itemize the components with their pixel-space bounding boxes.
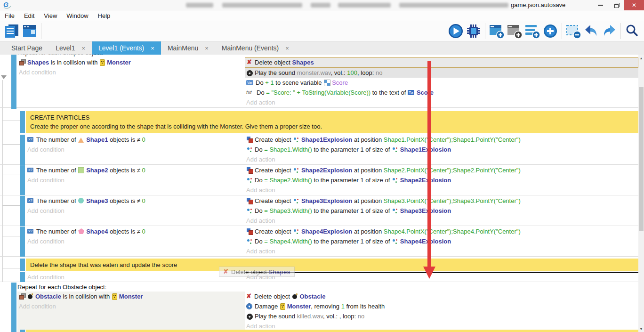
pages-button[interactable] (3, 22, 21, 40)
add-condition-button[interactable]: Add condition (26, 236, 245, 246)
text-segment: Damage (255, 303, 280, 310)
play-button[interactable] (447, 22, 465, 40)
close-button[interactable]: ✕ (624, 0, 644, 10)
create-object-icon (246, 198, 253, 204)
action-row[interactable]: Play the sound monster.wav, vol.: 100, l… (245, 68, 638, 78)
add-event-button[interactable] (488, 22, 506, 40)
tab-close-icon[interactable]: × (205, 45, 209, 52)
menu-file[interactable]: File (3, 12, 20, 19)
redacted-title-segment (399, 3, 508, 8)
add-comment-button[interactable] (523, 22, 541, 40)
action-row[interactable]: Do = Shape1.Width() to the parameter 1 o… (245, 145, 638, 154)
text-segment: Create object (255, 167, 293, 174)
action-row[interactable]: Do + 1 to scene variable Score (245, 78, 638, 88)
action-row[interactable]: Create object Shape2Explosion at positio… (245, 165, 638, 175)
event-comment-partial[interactable] (26, 330, 638, 332)
action-row[interactable]: Damage Monster, removing 1 from its heal… (245, 301, 638, 311)
condition-row[interactable]: The number of Shape2 objects is ≠ 0 (26, 165, 245, 175)
dragged-action-ghost[interactable]: Delete object Shapes (219, 267, 295, 277)
action-row[interactable]: Do = Shape2.Width() to the parameter 1 o… (245, 175, 638, 185)
action-row[interactable]: Do = Shape4.Width() to the parameter 1 o… (245, 236, 638, 246)
search-button[interactable] (623, 22, 641, 40)
redo-button[interactable] (600, 22, 618, 40)
event-group[interactable]: Repeat for each Obstacle object:Obstacle… (0, 283, 638, 332)
text-segment: to scene variable (274, 79, 324, 86)
menu-view[interactable]: View (42, 12, 62, 19)
text-segment: Do (257, 89, 266, 96)
debug-button[interactable] (465, 22, 483, 40)
menu-window[interactable]: Window (65, 12, 93, 19)
tab-mainmenu[interactable]: MainMenu × (161, 41, 215, 55)
text-segment: Shapes (269, 268, 290, 275)
scroll-down-icon[interactable]: ▼ (638, 325, 644, 332)
add-action-button[interactable]: Add action (245, 154, 638, 164)
tab-label: Level1 (56, 44, 75, 52)
event-group[interactable]: Repeat for each Shapes object:Shapes is … (0, 55, 638, 108)
tab-close-icon[interactable]: × (151, 45, 154, 52)
add-action-button[interactable]: Add action (245, 272, 638, 282)
add-condition-button[interactable]: Add condition (26, 175, 245, 185)
event-std[interactable]: The number of Shape1 objects is ≠ 0Add c… (0, 135, 638, 165)
scrollbar-thumb[interactable] (639, 87, 644, 231)
restore-button[interactable] (608, 0, 624, 10)
add-condition-button[interactable]: Add condition (26, 206, 245, 216)
undo-button[interactable] (582, 22, 600, 40)
scroll-up-icon[interactable]: ▲ (638, 55, 644, 61)
condition-row[interactable]: The number of Shape4 objects is ≠ 0 (26, 227, 245, 236)
tab-level1-events[interactable]: Level1 (Events) × (92, 41, 161, 55)
vertical-scrollbar[interactable]: ▲ ▼ (638, 55, 644, 332)
tab-close-icon[interactable]: × (81, 45, 85, 52)
condition-row[interactable]: Shapes is in collision with Monster (17, 57, 245, 67)
add-condition-button[interactable]: Add condition (17, 301, 245, 311)
add-condition-button[interactable]: Add condition (26, 272, 245, 282)
condition-row[interactable]: The number of Shape1 objects is ≠ 0 (26, 135, 245, 145)
text-segment: Shape1 (86, 136, 108, 143)
text-segment: Create object (255, 136, 293, 143)
text-segment: Do (255, 177, 264, 184)
remove-event-button[interactable] (564, 22, 582, 40)
action-row[interactable]: Do = Shape3.Width() to the parameter 1 o… (245, 206, 638, 216)
event-std[interactable]: The number of Shape4 objects is ≠ 0Add c… (0, 227, 638, 257)
event-strip[interactable] (0, 330, 638, 332)
action-row[interactable]: Do = "Score: " + ToString(Variable(Score… (245, 88, 638, 97)
tab-mainmenu-events[interactable]: MainMenu (Events) × (215, 41, 296, 55)
action-row[interactable]: Create object Shape3Explosion at positio… (245, 196, 638, 206)
condition-row[interactable]: The number of Shape3 objects is ≠ 0 (26, 196, 245, 206)
add-condition-button[interactable]: Add condition (17, 67, 245, 77)
event-comment[interactable]: Delete the shape that was eaten and upda… (26, 259, 638, 271)
menu-edit[interactable]: Edit (23, 12, 40, 19)
text-segment: , loop: (357, 69, 376, 76)
damage-icon (246, 303, 253, 309)
event-empty[interactable]: Add conditionAdd action (0, 272, 638, 282)
event-comment[interactable]: CREATE PARTICLESCreate the proper one ac… (26, 111, 638, 133)
event-comment[interactable]: CREATE PARTICLESCreate the proper one ac… (0, 111, 638, 133)
tab-start-page[interactable]: Start Page (5, 41, 49, 55)
minimize-button[interactable] (592, 0, 608, 10)
event-std[interactable]: The number of Shape2 objects is ≠ 0Add c… (0, 165, 638, 195)
event-std[interactable]: The number of Shape3 objects is ≠ 0Add c… (0, 196, 638, 226)
actions-column: Create object Shape2Explosion at positio… (245, 165, 638, 195)
action-row[interactable]: Delete object Obstacle (245, 292, 638, 301)
add-plus-button[interactable] (541, 22, 559, 40)
add-action-button[interactable]: Add action (245, 246, 638, 256)
add-comment-icon (524, 23, 540, 39)
text-segment: Monster (287, 303, 311, 310)
condition-row[interactable]: Obstacle is in collision with Monster (17, 292, 245, 301)
action-row[interactable]: Create object Shape4Explosion at positio… (245, 227, 638, 236)
action-row[interactable]: Play the sound killed.wav, vol.: , loop:… (245, 311, 638, 321)
add-condition-button[interactable]: Add condition (26, 145, 245, 154)
project-window-button[interactable] (21, 22, 39, 40)
tab-label: Start Page (11, 44, 42, 52)
tab-close-icon[interactable]: × (285, 45, 289, 52)
tab-level1[interactable]: Level1 × (49, 41, 92, 55)
add-action-button[interactable]: Add action (245, 97, 638, 107)
repeat-header[interactable]: Repeat for each Obstacle object: (17, 283, 638, 292)
action-row[interactable]: Delete object Shapes (245, 57, 638, 68)
event-comment[interactable]: Delete the shape that was eaten and upda… (0, 259, 638, 271)
add-action-button[interactable]: Add action (245, 216, 638, 226)
add-subevent-button[interactable] (506, 22, 523, 40)
menu-help[interactable]: Help (97, 12, 116, 19)
gdevelop-logo-icon: G (3, 1, 12, 9)
add-action-button[interactable]: Add action (245, 185, 638, 195)
action-row[interactable]: Create object Shape1Explosion at positio… (245, 135, 638, 145)
